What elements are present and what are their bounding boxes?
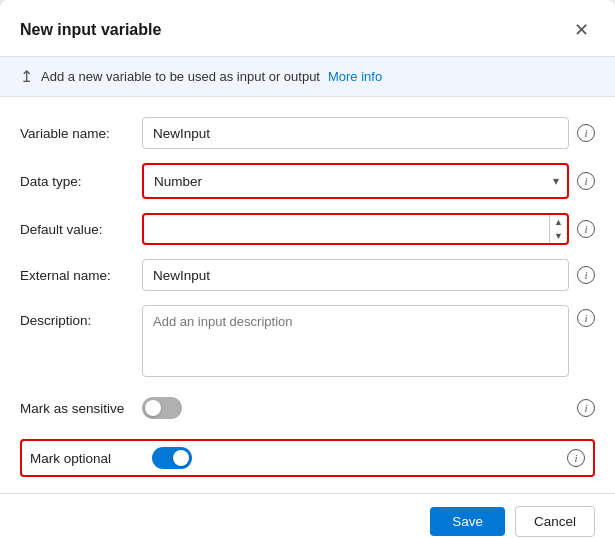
spinner-wrap: ▲ ▼	[549, 215, 567, 243]
dialog-body: Variable name: i Data type: Text Number …	[0, 97, 615, 493]
variable-name-input[interactable]	[142, 117, 569, 149]
mark-optional-slider	[152, 447, 192, 469]
default-value-wrap: ▲ ▼	[142, 213, 569, 245]
description-row: Description: i	[20, 305, 595, 377]
mark-optional-label: Mark optional	[30, 451, 140, 466]
mark-sensitive-label: Mark as sensitive	[20, 401, 130, 416]
info-banner: ↥ Add a new variable to be used as input…	[0, 57, 615, 97]
dialog-title: New input variable	[20, 21, 161, 39]
mark-sensitive-thumb	[145, 400, 161, 416]
description-info-icon[interactable]: i	[577, 309, 595, 327]
mark-optional-toggle[interactable]	[152, 447, 192, 469]
spinner-down-button[interactable]: ▼	[550, 229, 567, 243]
mark-optional-row: Mark optional i	[20, 439, 595, 477]
description-label: Description:	[20, 305, 130, 328]
data-type-select[interactable]: Text Number Boolean Date DateTime	[144, 165, 567, 197]
external-name-field-wrap: i	[142, 259, 595, 291]
default-value-input[interactable]	[144, 215, 549, 243]
close-button[interactable]: ✕	[567, 16, 595, 44]
new-input-variable-dialog: New input variable ✕ ↥ Add a new variabl…	[0, 0, 615, 538]
mark-optional-thumb	[173, 450, 189, 466]
upload-icon: ↥	[20, 67, 33, 86]
external-name-label: External name:	[20, 268, 130, 283]
variable-name-info-icon[interactable]: i	[577, 124, 595, 142]
spinner-up-button[interactable]: ▲	[550, 215, 567, 229]
mark-sensitive-slider	[142, 397, 182, 419]
mark-sensitive-row: Mark as sensitive i	[20, 391, 595, 425]
data-type-select-wrap: Text Number Boolean Date DateTime ▾	[142, 163, 569, 199]
description-textarea[interactable]	[142, 305, 569, 377]
mark-sensitive-toggle[interactable]	[142, 397, 182, 419]
mark-optional-info-icon[interactable]: i	[567, 449, 585, 467]
default-value-field-wrap: ▲ ▼ i	[142, 213, 595, 245]
external-name-info-icon[interactable]: i	[577, 266, 595, 284]
description-field-wrap: i	[142, 305, 595, 377]
mark-sensitive-info-icon[interactable]: i	[577, 399, 595, 417]
more-info-link[interactable]: More info	[328, 69, 382, 84]
dialog-header: New input variable ✕	[0, 0, 615, 57]
save-button[interactable]: Save	[430, 507, 505, 536]
default-value-label: Default value:	[20, 222, 130, 237]
cancel-button[interactable]: Cancel	[515, 506, 595, 537]
external-name-row: External name: i	[20, 259, 595, 291]
mark-optional-field: i	[152, 447, 585, 469]
banner-text: Add a new variable to be used as input o…	[41, 69, 320, 84]
variable-name-label: Variable name:	[20, 126, 130, 141]
default-value-info-icon[interactable]: i	[577, 220, 595, 238]
data-type-row: Data type: Text Number Boolean Date Date…	[20, 163, 595, 199]
variable-name-row: Variable name: i	[20, 117, 595, 149]
data-type-field-wrap: Text Number Boolean Date DateTime ▾ i	[142, 163, 595, 199]
mark-sensitive-field: i	[142, 397, 595, 419]
variable-name-field-wrap: i	[142, 117, 595, 149]
default-value-row: Default value: ▲ ▼ i	[20, 213, 595, 245]
data-type-info-icon[interactable]: i	[577, 172, 595, 190]
external-name-input[interactable]	[142, 259, 569, 291]
data-type-label: Data type:	[20, 174, 130, 189]
dialog-footer: Save Cancel	[0, 493, 615, 538]
